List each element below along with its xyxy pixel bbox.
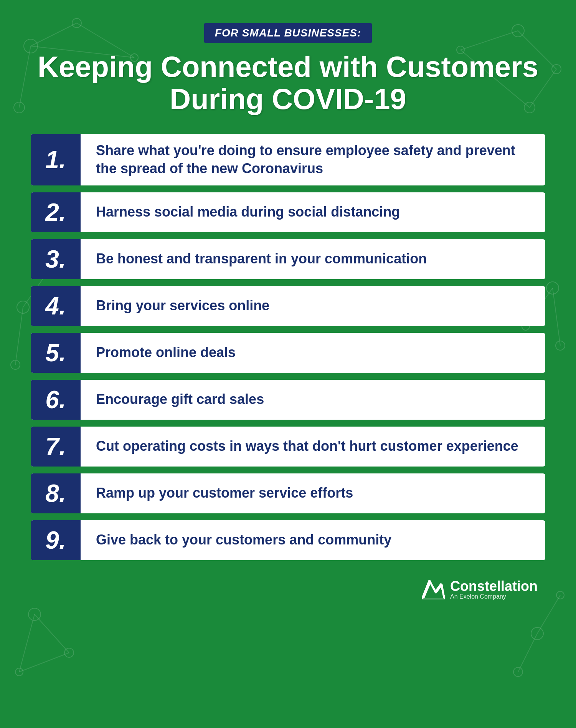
svg-line-20 [15, 307, 23, 365]
item-number-9: 9. [31, 520, 81, 560]
list-item: 2. Harness social media during social di… [31, 192, 545, 232]
list-item: 8. Ramp up your customer service efforts [31, 473, 545, 513]
svg-point-27 [64, 648, 74, 657]
item-number-8: 8. [31, 473, 81, 513]
main-title: Keeping Connected with Customers During … [31, 51, 545, 115]
page-wrapper: FOR SMALL BUSINESSES: Keeping Connected … [0, 0, 576, 728]
content: FOR SMALL BUSINESSES: Keeping Connected … [31, 23, 545, 600]
list-item: 7. Cut operating costs in ways that don'… [31, 427, 545, 467]
item-text-4: Bring your services online [81, 286, 285, 326]
item-text-8: Ramp up your customer service efforts [81, 473, 368, 513]
header: FOR SMALL BUSINESSES: Keeping Connected … [31, 23, 545, 115]
list-item: 5. Promote online deals [31, 333, 545, 373]
list-item: 4. Bring your services online [31, 286, 545, 326]
item-number-3: 3. [31, 239, 81, 279]
item-number-7: 7. [31, 427, 81, 467]
svg-point-2 [14, 102, 25, 113]
svg-point-32 [531, 627, 543, 640]
footer: Constellation An Exelon Company [31, 579, 545, 600]
badge: FOR SMALL BUSINESSES: [204, 23, 372, 43]
item-text-2: Harness social media during social dista… [81, 192, 415, 232]
svg-point-33 [556, 591, 564, 599]
svg-point-28 [15, 668, 23, 676]
svg-line-29 [35, 614, 69, 653]
logo-text: Constellation An Exelon Company [450, 579, 538, 600]
svg-line-30 [19, 614, 35, 672]
logo-name: Constellation [450, 579, 538, 593]
list-item: 9. Give back to your customers and commu… [31, 520, 545, 560]
item-text-3: Be honest and transparent in your commun… [81, 239, 442, 279]
svg-line-36 [518, 634, 537, 672]
svg-point-26 [28, 608, 41, 620]
svg-line-35 [537, 595, 560, 634]
list-item: 3. Be honest and transparent in your com… [31, 239, 545, 279]
list-item: 6. Encourage gift card sales [31, 380, 545, 420]
svg-line-5 [19, 46, 31, 108]
item-number-4: 4. [31, 286, 81, 326]
svg-point-9 [552, 65, 561, 74]
logo-area: Constellation An Exelon Company [422, 579, 538, 600]
svg-line-25 [553, 288, 560, 346]
constellation-logo-icon [422, 580, 445, 599]
item-text-5: Promote online deals [81, 333, 251, 373]
item-number-5: 5. [31, 333, 81, 373]
svg-point-18 [11, 360, 20, 369]
svg-line-31 [19, 653, 69, 672]
item-number-1: 1. [31, 134, 81, 185]
svg-point-23 [556, 341, 565, 350]
svg-point-16 [17, 301, 29, 313]
item-text-7: Cut operating costs in ways that don't h… [81, 427, 534, 467]
list-item: 1. Share what you're doing to ensure emp… [31, 134, 545, 185]
item-text-6: Encourage gift card sales [81, 380, 279, 420]
item-number-2: 2. [31, 192, 81, 232]
svg-point-34 [513, 667, 523, 677]
list-container: 1. Share what you're doing to ensure emp… [31, 134, 545, 560]
logo-subtitle: An Exelon Company [450, 593, 538, 600]
item-number-6: 6. [31, 380, 81, 420]
svg-point-21 [546, 282, 559, 294]
item-text-9: Give back to your customers and communit… [81, 520, 407, 560]
item-text-1: Share what you're doing to ensure employ… [81, 134, 545, 185]
